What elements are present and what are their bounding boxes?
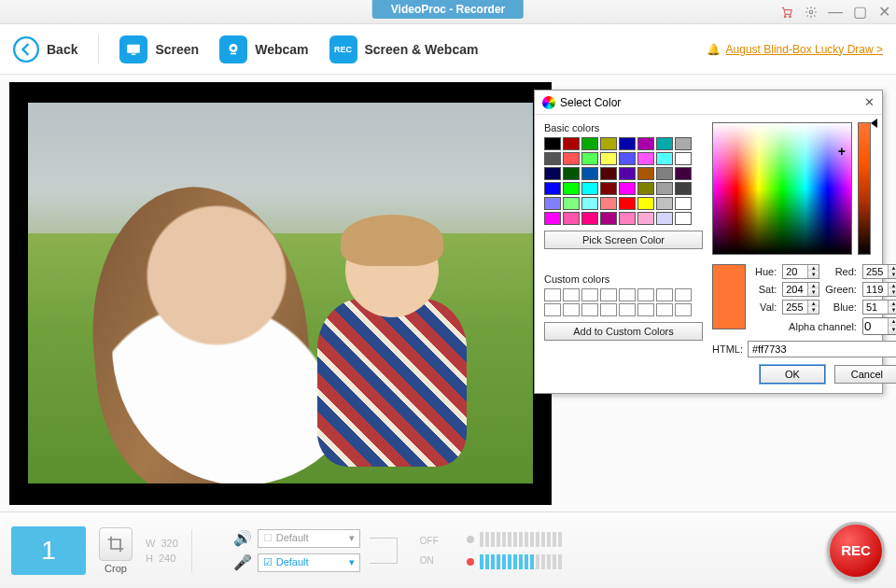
basic-color-swatch[interactable]	[563, 167, 580, 180]
val-label: Val:	[755, 301, 777, 313]
basic-color-swatch[interactable]	[544, 137, 561, 150]
screen-mode-button[interactable]: Screen	[119, 35, 199, 63]
webcam-mode-button[interactable]: Webcam	[219, 35, 308, 63]
cart-icon[interactable]	[780, 6, 793, 19]
alpha-label: Alpha channel:	[789, 321, 857, 332]
back-label: Back	[47, 42, 77, 57]
basic-color-swatch[interactable]	[563, 182, 580, 195]
basic-color-swatch[interactable]	[656, 167, 673, 180]
promo-link[interactable]: August Blind-Box Lucky Draw >	[726, 43, 883, 56]
screen-label: Screen	[155, 42, 199, 57]
preview-frame	[9, 82, 552, 505]
basic-color-swatch[interactable]	[675, 167, 692, 180]
basic-color-swatch[interactable]	[675, 212, 692, 225]
basic-color-swatch[interactable]	[581, 137, 598, 150]
pick-screen-color-button[interactable]: Pick Screen Color	[544, 231, 703, 249]
basic-color-swatch[interactable]	[581, 182, 598, 195]
basic-color-swatch[interactable]	[563, 152, 580, 165]
basic-color-swatch[interactable]	[619, 182, 636, 195]
svg-point-0	[784, 15, 786, 17]
height-value: 240	[159, 553, 175, 564]
basic-color-swatch[interactable]	[619, 167, 636, 180]
basic-color-swatch[interactable]	[600, 137, 617, 150]
color-preview	[712, 264, 746, 329]
basic-color-swatch[interactable]	[675, 152, 692, 165]
add-to-custom-button[interactable]: Add to Custom Colors	[544, 322, 703, 341]
monitor-count[interactable]: 1	[11, 526, 86, 575]
basic-color-swatch[interactable]	[581, 197, 598, 210]
red-label: Red:	[825, 266, 857, 277]
dialog-title: Select Color	[560, 96, 621, 109]
basic-color-swatch[interactable]	[637, 137, 654, 150]
back-icon	[13, 36, 39, 63]
basic-color-swatch[interactable]	[563, 197, 580, 210]
record-button[interactable]: REC	[827, 522, 885, 580]
palette-icon	[542, 96, 555, 109]
dialog-close-icon[interactable]: ✕	[864, 95, 875, 109]
basic-color-swatch[interactable]	[581, 212, 598, 225]
basic-color-swatch[interactable]	[600, 197, 617, 210]
basic-colors-grid[interactable]	[544, 137, 703, 225]
custom-colors-label: Custom colors	[544, 273, 703, 285]
basic-color-swatch[interactable]	[619, 197, 636, 210]
minimize-icon[interactable]: —	[829, 6, 842, 19]
basic-color-swatch[interactable]	[544, 182, 561, 195]
svg-point-1	[790, 15, 791, 17]
basic-color-swatch[interactable]	[544, 197, 561, 210]
gear-icon[interactable]	[805, 6, 818, 19]
basic-color-swatch[interactable]	[544, 167, 561, 180]
basic-color-swatch[interactable]	[656, 182, 673, 195]
back-button[interactable]: Back	[13, 36, 77, 63]
chevron-down-icon: ▾	[349, 532, 355, 544]
basic-color-swatch[interactable]	[656, 197, 673, 210]
ok-button[interactable]: OK	[760, 365, 825, 384]
basic-color-swatch[interactable]	[656, 152, 673, 165]
chevron-down-icon: ▾	[349, 556, 355, 568]
basic-color-swatch[interactable]	[675, 182, 692, 195]
webcam-icon	[219, 35, 247, 63]
basic-color-swatch[interactable]	[563, 212, 580, 225]
hue-arrow-icon	[871, 119, 877, 128]
svg-rect-4	[128, 44, 141, 52]
basic-color-swatch[interactable]	[544, 152, 561, 165]
basic-color-swatch[interactable]	[675, 197, 692, 210]
basic-color-swatch[interactable]	[637, 167, 654, 180]
basic-color-swatch[interactable]	[581, 152, 598, 165]
basic-color-swatch[interactable]	[637, 182, 654, 195]
close-icon[interactable]: ✕	[877, 6, 890, 19]
basic-color-swatch[interactable]	[600, 167, 617, 180]
hue-slider[interactable]	[858, 122, 871, 255]
basic-color-swatch[interactable]	[637, 152, 654, 165]
maximize-icon[interactable]: ▢	[853, 6, 866, 19]
basic-color-swatch[interactable]	[637, 197, 654, 210]
basic-color-swatch[interactable]	[619, 212, 636, 225]
html-input[interactable]	[748, 341, 896, 357]
off-label: OFF	[420, 536, 439, 546]
color-spectrum[interactable]: +	[712, 122, 852, 255]
custom-colors-grid[interactable]	[544, 288, 703, 316]
basic-color-swatch[interactable]	[656, 212, 673, 225]
mic-select[interactable]: ☑Default▾	[258, 553, 360, 572]
basic-color-swatch[interactable]	[619, 137, 636, 150]
mic-level	[467, 554, 562, 569]
screen-icon	[119, 35, 147, 63]
basic-color-swatch[interactable]	[656, 137, 673, 150]
speaker-select[interactable]: ☐Default▾	[258, 529, 360, 548]
basic-color-swatch[interactable]	[600, 212, 617, 225]
basic-color-swatch[interactable]	[581, 167, 598, 180]
basic-colors-label: Basic colors	[544, 122, 703, 133]
basic-color-swatch[interactable]	[563, 137, 580, 150]
basic-color-swatch[interactable]	[619, 152, 636, 165]
crop-label: Crop	[105, 563, 127, 574]
width-label: W	[146, 538, 155, 549]
basic-color-swatch[interactable]	[600, 182, 617, 195]
basic-color-swatch[interactable]	[637, 212, 654, 225]
screen-webcam-mode-button[interactable]: REC Screen & Webcam	[329, 35, 479, 63]
basic-color-swatch[interactable]	[544, 212, 561, 225]
basic-color-swatch[interactable]	[600, 152, 617, 165]
basic-color-swatch[interactable]	[675, 137, 692, 150]
cancel-button[interactable]: Cancel	[834, 365, 896, 384]
height-label: H	[146, 553, 153, 564]
crop-button[interactable]	[99, 527, 133, 561]
hue-label: Hue:	[755, 266, 777, 277]
